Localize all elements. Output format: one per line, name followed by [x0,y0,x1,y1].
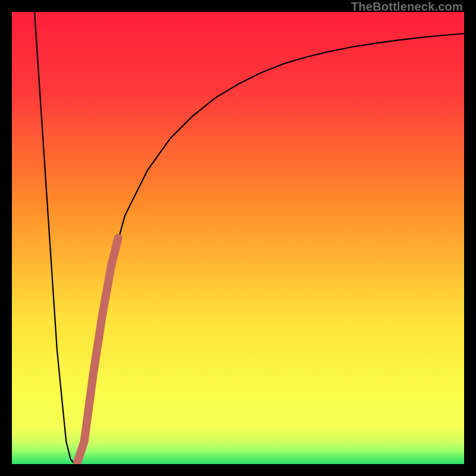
watermark-text: TheBottleneck.com [351,0,463,14]
outer-frame: TheBottleneck.com [0,0,476,476]
chart-svg [12,12,464,464]
plot-area [12,12,464,464]
gradient-background [12,12,464,464]
